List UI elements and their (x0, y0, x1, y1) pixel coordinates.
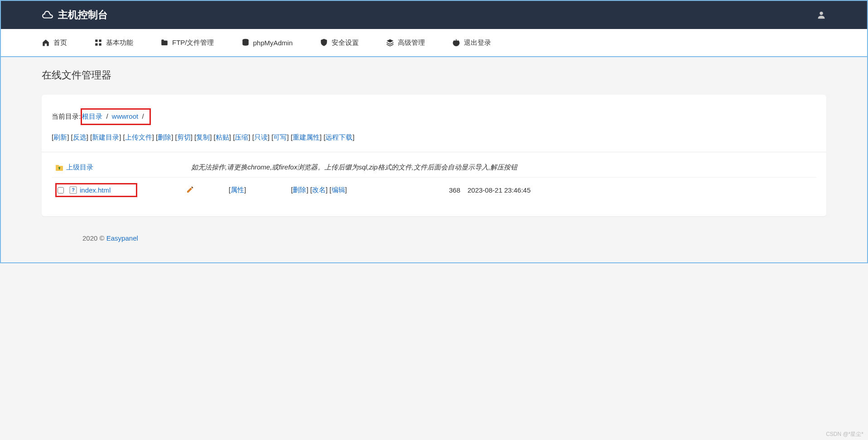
brand-title: 主机控制台 (58, 8, 108, 22)
power-icon (452, 39, 460, 47)
file-table: 上级目录 如无法操作,请更换chrome,或firefox浏览器。上传后缀为sq… (52, 158, 816, 203)
file-edit-link[interactable]: 编辑 (332, 186, 345, 193)
updir-link[interactable]: 上级目录 (66, 163, 93, 172)
action-cut[interactable]: 剪切 (177, 133, 191, 141)
svg-rect-4 (99, 44, 101, 46)
svg-point-0 (820, 12, 823, 15)
updir-row: 上级目录 如无法操作,请更换chrome,或firefox浏览器。上传后缀为sq… (52, 158, 816, 178)
folder-icon (160, 39, 169, 47)
action-upload[interactable]: 上传文件 (125, 133, 152, 141)
action-readonly[interactable]: 只读 (254, 133, 268, 141)
table-row: ? index.html [属性] [删除] [改名] [ (52, 178, 816, 203)
footer-year: 2020 © (82, 234, 105, 242)
action-writable[interactable]: 可写 (273, 133, 287, 141)
action-refresh[interactable]: 刷新 (53, 133, 67, 141)
nav-logout[interactable]: 退出登录 (452, 39, 491, 47)
breadcrumb-root[interactable]: 根目录 (82, 112, 102, 120)
brand: 主机控制台 (42, 8, 108, 22)
nav-phpmyadmin[interactable]: phpMyAdmin (241, 39, 293, 47)
topbar: 主机控制台 (0, 0, 868, 29)
nav-security[interactable]: 安全设置 (320, 39, 359, 47)
breadcrumb-highlight: 根目录 / wwwroot / (81, 108, 150, 125)
shield-icon (320, 39, 328, 47)
breadcrumb-wwwroot[interactable]: wwwroot (112, 112, 138, 120)
nav-advanced[interactable]: 高级管理 (386, 39, 425, 47)
breadcrumb: 当前目录: 根目录 / wwwroot / (42, 105, 826, 133)
svg-rect-2 (99, 39, 101, 42)
nav-basic[interactable]: 基本功能 (94, 39, 133, 47)
grid-icon (94, 39, 102, 47)
footer-brand-link[interactable]: Easypanel (106, 234, 138, 242)
page-content: 在线文件管理器 当前目录: 根目录 / wwwroot / [刷新] [反选] … (0, 57, 868, 263)
hint-text: 如无法操作,请更换chrome,或firefox浏览器。上传后缀为sql,zip… (173, 163, 517, 171)
database-icon (241, 39, 250, 47)
cloud-icon (42, 11, 53, 19)
footer: 2020 © Easypanel (42, 216, 826, 251)
file-props-link[interactable]: 属性 (231, 186, 244, 193)
breadcrumb-label: 当前目录: (52, 112, 81, 120)
file-size: 368 (449, 186, 460, 194)
file-rename-link[interactable]: 改名 (312, 186, 326, 193)
action-copy[interactable]: 复制 (196, 133, 210, 141)
layers-icon (386, 39, 394, 47)
file-name-link[interactable]: index.html (80, 186, 111, 194)
navbar: 首页 基本功能 FTP/文件管理 phpMyAdmin 安全设置 高级管理 退出… (0, 29, 868, 57)
file-checkbox[interactable] (58, 187, 64, 193)
edit-pencil-icon[interactable] (186, 186, 194, 193)
action-paste[interactable]: 粘贴 (216, 133, 229, 141)
folder-up-icon (55, 164, 63, 171)
page-title: 在线文件管理器 (42, 68, 826, 82)
file-html-icon: ? (69, 186, 77, 194)
user-icon[interactable] (816, 10, 826, 20)
svg-rect-1 (95, 39, 97, 42)
nav-ftp[interactable]: FTP/文件管理 (160, 39, 214, 47)
svg-rect-3 (95, 44, 97, 46)
toolbar-actions: [刷新] [反选] [新建目录] [上传文件] [删除] [剪切] [复制] [… (42, 133, 826, 152)
action-rebuild[interactable]: 重建属性 (293, 133, 320, 141)
action-newdir[interactable]: 新建目录 (92, 133, 119, 141)
svg-text:?: ? (72, 187, 75, 193)
action-remotedl[interactable]: 远程下载 (325, 133, 352, 141)
file-highlight: ? index.html (55, 183, 137, 197)
action-invert[interactable]: 反选 (73, 133, 87, 141)
home-icon (42, 39, 50, 47)
action-delete[interactable]: 删除 (158, 133, 171, 141)
action-compress[interactable]: 压缩 (235, 133, 248, 141)
file-delete-link[interactable]: 删除 (293, 186, 306, 193)
file-manager-card: 当前目录: 根目录 / wwwroot / [刷新] [反选] [新建目录] [… (42, 95, 826, 216)
file-date: 2023-08-21 23:46:45 (468, 186, 530, 194)
nav-home[interactable]: 首页 (42, 39, 67, 47)
